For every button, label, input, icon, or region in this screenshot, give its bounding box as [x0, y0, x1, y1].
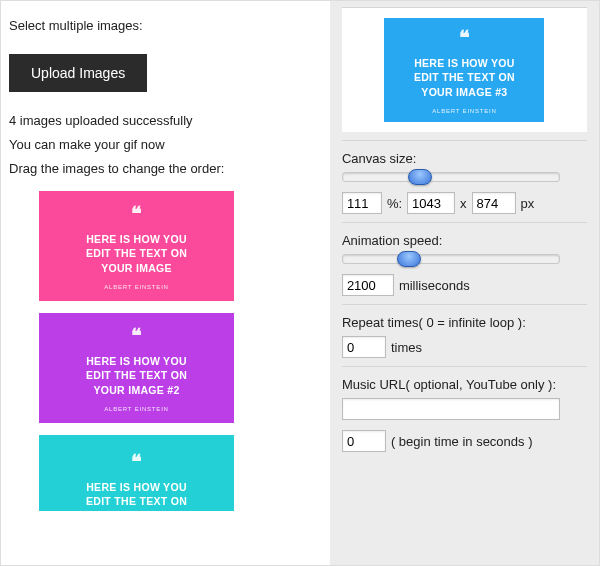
preview-attribution: ALBERT EINSTEIN — [432, 107, 496, 115]
quote-icon: ❝ — [131, 449, 142, 476]
repeat-times-input[interactable] — [342, 336, 386, 358]
drag-hint: Drag the images to change the order: — [9, 161, 322, 176]
image-thumbnail[interactable]: ❝ HERE IS HOW YOU EDIT THE TEXT ON YOUR … — [39, 191, 234, 301]
preview-text: HERE IS HOW YOU EDIT THE TEXT ON YOUR IM… — [414, 56, 515, 99]
card-text: HERE IS HOW YOU EDIT THE TEXT ON YOUR IM… — [86, 354, 187, 397]
left-panel: Select multiple images: Upload Images 4 … — [1, 1, 330, 565]
x-separator: x — [460, 196, 467, 211]
canvas-percent-input[interactable] — [342, 192, 382, 214]
divider — [342, 366, 587, 367]
quote-icon: ❝ — [131, 201, 142, 228]
canvas-size-label: Canvas size: — [342, 151, 587, 166]
canvas-size-slider[interactable] — [342, 172, 560, 182]
animation-speed-slider[interactable] — [342, 254, 560, 264]
app-root: Select multiple images: Upload Images 4 … — [0, 0, 600, 566]
image-thumbnail[interactable]: ❝ HERE IS HOW YOU EDIT THE TEXT ON YOUR … — [39, 435, 234, 511]
canvas-width-input[interactable] — [407, 192, 455, 214]
music-url-input[interactable] — [342, 398, 560, 420]
repeat-times-row: times — [342, 336, 587, 358]
begin-time-label: ( begin time in seconds ) — [391, 434, 533, 449]
quote-icon: ❝ — [131, 323, 142, 350]
music-url-label: Music URL( optional, YouTube only ): — [342, 377, 587, 392]
animation-speed-label: Animation speed: — [342, 233, 587, 248]
divider — [342, 222, 587, 223]
px-label: px — [521, 196, 535, 211]
music-begin-input[interactable] — [342, 430, 386, 452]
slider-thumb[interactable] — [408, 169, 432, 185]
animation-speed-row: milliseconds — [342, 274, 587, 296]
preview-image: ❝ HERE IS HOW YOU EDIT THE TEXT ON YOUR … — [384, 18, 544, 122]
times-label: times — [391, 340, 422, 355]
music-begin-row: ( begin time in seconds ) — [342, 430, 587, 452]
card-text: HERE IS HOW YOU EDIT THE TEXT ON YOUR IM… — [86, 480, 187, 523]
animation-speed-input[interactable] — [342, 274, 394, 296]
right-panel: ❝ HERE IS HOW YOU EDIT THE TEXT ON YOUR … — [330, 1, 599, 565]
quote-icon: ❝ — [459, 25, 470, 52]
card-attribution: ALBERT EINSTEIN — [104, 405, 168, 413]
upload-images-button[interactable]: Upload Images — [9, 54, 147, 92]
divider — [342, 140, 587, 141]
upload-status: 4 images uploaded successfully — [9, 113, 322, 128]
repeat-times-label: Repeat times( 0 = infinite loop ): — [342, 315, 587, 330]
card-attribution: ALBERT EINSTEIN — [104, 283, 168, 291]
percent-suffix: %: — [387, 196, 402, 211]
card-text: HERE IS HOW YOU EDIT THE TEXT ON YOUR IM… — [86, 232, 187, 275]
image-thumbnail[interactable]: ❝ HERE IS HOW YOU EDIT THE TEXT ON YOUR … — [39, 313, 234, 423]
canvas-size-row: %: x px — [342, 192, 587, 214]
divider — [342, 304, 587, 305]
slider-thumb[interactable] — [397, 251, 421, 267]
preview-area: ❝ HERE IS HOW YOU EDIT THE TEXT ON YOUR … — [342, 7, 587, 132]
image-thumbnail-list: ❝ HERE IS HOW YOU EDIT THE TEXT ON YOUR … — [9, 185, 322, 511]
ready-text: You can make your gif now — [9, 137, 322, 152]
canvas-height-input[interactable] — [472, 192, 516, 214]
milliseconds-label: milliseconds — [399, 278, 470, 293]
select-images-label: Select multiple images: — [9, 18, 322, 33]
